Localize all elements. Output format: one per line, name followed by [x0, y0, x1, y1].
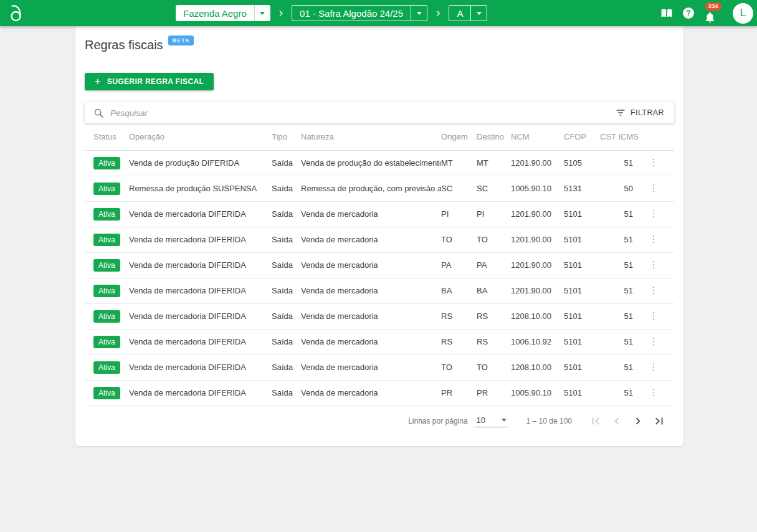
previous-page-button[interactable] [609, 414, 624, 429]
status-badge: Ativa [93, 310, 120, 323]
cell-operacao: Venda de mercadoria DIFERIDA [129, 201, 272, 227]
column-header-tipo: Tipo [272, 123, 301, 150]
row-menu-kebab-icon[interactable]: ⋮ [645, 259, 662, 271]
avatar-initial: L [740, 7, 746, 19]
cell-natureza: Venda de mercadoria [301, 278, 441, 303]
chevron-down-icon [411, 6, 427, 21]
next-page-button[interactable] [631, 414, 645, 429]
cell-cst-icms: 51 [600, 201, 633, 227]
row-menu-kebab-icon[interactable]: ⋮ [645, 310, 662, 322]
status-badge: Ativa [93, 285, 120, 297]
cell-ncm: 1208.10.00 [511, 354, 564, 380]
table-row: Ativa Venda de mercadoria DIFERIDA Saída… [85, 354, 674, 380]
column-header-destino: Destino [477, 123, 511, 150]
page-title: Regras fiscais [85, 37, 163, 52]
search-bar: FILTRAR [85, 102, 674, 123]
season-selector-value: 01 - Safra Algodão 24/25 [292, 6, 411, 21]
cell-tipo: Saída [272, 329, 301, 354]
cell-destino: PA [477, 252, 511, 278]
table-row: Ativa Venda de mercadoria DIFERIDA Saída… [85, 278, 674, 303]
cell-cfop: 5101 [564, 303, 600, 329]
table-row: Ativa Venda de mercadoria DIFERIDA Saída… [85, 201, 674, 227]
cell-tipo: Saída [272, 354, 301, 380]
cell-ncm: 1005.90.10 [511, 176, 564, 201]
rows-per-page-select[interactable]: 10 [475, 414, 508, 427]
cell-cst-icms: 51 [600, 227, 633, 252]
cell-cfop: 5101 [564, 354, 600, 380]
cell-origem: PA [441, 252, 477, 278]
cell-operacao: Venda de mercadoria DIFERIDA [129, 278, 272, 303]
cell-operacao: Venda de mercadoria DIFERIDA [129, 329, 272, 354]
plot-selector-value: A [449, 6, 470, 21]
first-page-button[interactable] [588, 414, 603, 429]
cell-destino: PR [477, 380, 511, 406]
rows-per-page-label: Linhas por página [408, 417, 467, 425]
cell-destino: RS [477, 329, 511, 354]
filter-button[interactable]: FILTRAR [614, 106, 665, 120]
cell-cfop: 5101 [564, 380, 600, 406]
row-menu-kebab-icon[interactable]: ⋮ [645, 336, 662, 348]
farm-selector[interactable]: Fazenda Aegro [176, 5, 270, 21]
cell-destino: BA [477, 278, 511, 303]
last-page-button[interactable] [652, 414, 667, 429]
cell-tipo: Saída [272, 252, 301, 278]
cell-natureza: Venda de produção do estabelecimento [301, 150, 441, 176]
cell-cfop: 5101 [564, 278, 600, 303]
table-row: Ativa Venda de produção DIFERIDA Saída V… [85, 150, 674, 176]
beta-badge: BETA [168, 36, 194, 45]
status-badge: Ativa [93, 336, 120, 348]
cell-ncm: 1201.90.00 [511, 252, 564, 278]
cell-ncm: 1005.90.10 [511, 380, 564, 406]
cell-origem: RS [441, 329, 477, 354]
manual-book-icon[interactable] [660, 7, 674, 19]
cell-tipo: Saída [272, 201, 301, 227]
cell-cfop: 5101 [564, 329, 600, 354]
suggest-fiscal-rule-button[interactable]: + SUGERIR REGRA FISCAL [85, 73, 214, 90]
cell-operacao: Venda de mercadoria DIFERIDA [129, 252, 272, 278]
search-icon [93, 108, 104, 118]
cell-cst-icms: 50 [600, 176, 633, 201]
row-menu-kebab-icon[interactable]: ⋮ [645, 183, 662, 194]
row-menu-kebab-icon[interactable]: ⋮ [645, 387, 662, 399]
season-selector[interactable]: 01 - Safra Algodão 24/25 [292, 5, 427, 21]
user-avatar[interactable]: L [733, 3, 753, 24]
cell-operacao: Remessa de produção SUSPENSA [129, 176, 272, 201]
aegro-logo-glyph [8, 3, 26, 23]
cell-operacao: Venda de produção DIFERIDA [129, 150, 272, 176]
table-row: Ativa Venda de mercadoria DIFERIDA Saída… [85, 227, 674, 252]
cell-destino: TO [477, 227, 511, 252]
cell-destino: TO [477, 354, 511, 380]
row-menu-kebab-icon[interactable]: ⋮ [645, 285, 662, 297]
cell-natureza: Remessa de produção, com previsão aju... [301, 176, 441, 201]
table-row: Ativa Venda de mercadoria DIFERIDA Saída… [85, 380, 674, 406]
farm-selector-value: Fazenda Aegro [176, 5, 254, 21]
cell-tipo: Saída [272, 303, 301, 329]
cell-origem: RS [441, 303, 477, 329]
cell-cfop: 5131 [564, 176, 600, 201]
cell-natureza: Venda de mercadoria [301, 329, 441, 354]
notifications-bell-icon[interactable]: 234 [703, 2, 723, 24]
first-page-icon [589, 414, 602, 428]
table-row: Ativa Venda de mercadoria DIFERIDA Saída… [85, 252, 674, 278]
cell-natureza: Venda de mercadoria [301, 201, 441, 227]
search-input[interactable] [110, 108, 614, 118]
status-badge: Ativa [93, 361, 120, 374]
row-menu-kebab-icon[interactable]: ⋮ [645, 234, 662, 245]
cell-origem: TO [441, 227, 477, 252]
chevron-left-icon [610, 414, 624, 428]
cell-operacao: Venda de mercadoria DIFERIDA [129, 303, 272, 329]
breadcrumb-chevron-icon: › [279, 6, 283, 20]
table-row: Ativa Remessa de produção SUSPENSA Saída… [85, 176, 674, 201]
row-menu-kebab-icon[interactable]: ⋮ [645, 208, 662, 220]
cell-cst-icms: 51 [600, 329, 633, 354]
cell-tipo: Saída [272, 380, 301, 406]
cell-operacao: Venda de mercadoria DIFERIDA [129, 227, 272, 252]
row-menu-kebab-icon[interactable]: ⋮ [645, 361, 662, 373]
row-menu-kebab-icon[interactable]: ⋮ [645, 157, 662, 169]
aegro-logo-icon[interactable] [8, 3, 29, 23]
cell-cst-icms: 51 [600, 380, 633, 406]
filter-label: FILTRAR [631, 108, 664, 117]
cell-origem: SC [441, 176, 477, 201]
help-icon[interactable]: ? [683, 7, 694, 19]
plot-selector[interactable]: A [449, 5, 487, 21]
